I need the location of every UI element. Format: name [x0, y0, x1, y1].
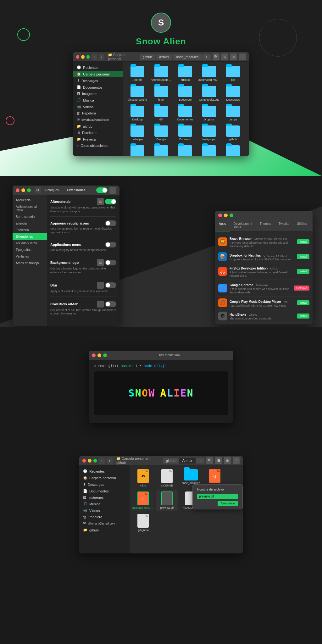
- ext-settings-bglogo[interactable]: ☰: [97, 259, 104, 266]
- fm2-grid[interactable]: ⊞: [224, 457, 231, 464]
- rename-button[interactable]: Renombrar: [218, 501, 238, 506]
- tweaks-extensiones[interactable]: Extensiones: [13, 233, 47, 240]
- ext-settings-coverflow[interactable]: ☰: [97, 301, 104, 308]
- ext-toggle-coverflow[interactable]: [105, 301, 116, 307]
- terminal-body[interactable]: ⊙ text git:( master ) ➤ node cli.js S N …: [89, 360, 233, 423]
- folder-item[interactable]: Android: [126, 65, 148, 83]
- fm2-sidebar-papelera[interactable]: 🗑Papelera: [79, 514, 130, 520]
- fm2-sidebar-descargas[interactable]: ⬇Descargas: [79, 481, 130, 488]
- file-clijs[interactable]: JS cli.js: [132, 468, 154, 488]
- folder-item[interactable]: Imagine: [174, 144, 196, 156]
- grid-btn[interactable]: ⊞: [230, 53, 237, 60]
- folder-item[interactable]: github: [222, 124, 244, 142]
- tweaks-menu[interactable]: ⋮: [109, 187, 116, 194]
- term-tl-close[interactable]: [92, 353, 96, 357]
- extensions-master-toggle[interactable]: [96, 187, 108, 193]
- sidebar-item-carpeta[interactable]: 🏠 Carpeta personal: [73, 71, 123, 77]
- ext-toggle-appmenu[interactable]: [105, 220, 116, 226]
- tweaks-tipografias[interactable]: Tipografías: [13, 247, 47, 253]
- folder-item[interactable]: Imágenes: [150, 144, 172, 156]
- fm2-sidebar-github[interactable]: 📁github: [79, 527, 130, 533]
- tweaks-teclado[interactable]: Teclado y ratón: [13, 240, 47, 247]
- handbrake-install-btn[interactable]: Install: [297, 314, 309, 319]
- tab-add[interactable]: +: [203, 54, 211, 60]
- nav-fwd[interactable]: ›: [99, 54, 104, 60]
- rename-input[interactable]: [197, 494, 238, 499]
- sidebar-item-papelera[interactable]: 🗑 Papelera: [73, 110, 123, 116]
- file-gitignore[interactable]: .gitignore: [132, 513, 154, 533]
- tl-close[interactable]: [76, 55, 79, 59]
- tab-utilities[interactable]: Utilities: [293, 220, 311, 231]
- fm2-sidebar-videos[interactable]: 📹Videos: [79, 507, 130, 514]
- tab-antrax[interactable]: Antrax: [156, 54, 172, 60]
- file-license[interactable]: LICENSE: [156, 468, 178, 488]
- sidebar-item-github[interactable]: 📁 github: [73, 123, 123, 130]
- folder-item[interactable]: bin: [222, 65, 244, 83]
- tweaks-tl-max[interactable]: [27, 188, 31, 192]
- fm2-search[interactable]: 🔍: [206, 457, 213, 464]
- folder-item[interactable]: automated-markdown: [198, 65, 220, 83]
- folder-item[interactable]: Boostnote: [174, 85, 196, 103]
- tweaks-escritorio[interactable]: Escritorio: [13, 227, 47, 233]
- fm2-tab-antrax[interactable]: Antrax: [179, 458, 196, 464]
- folder-item[interactable]: Documentos: [174, 104, 196, 122]
- folder-item[interactable]: medley: [222, 144, 244, 156]
- tweaks-apariencia[interactable]: Apariencia: [13, 197, 47, 203]
- tab-github[interactable]: github: [140, 54, 155, 60]
- sidebar-item-documentos[interactable]: 📄 Documentos: [73, 84, 123, 91]
- tweaks-ventanas[interactable]: Ventanas: [13, 253, 47, 260]
- fm2-sidebar-imagenes[interactable]: 🖼Imágenes: [79, 494, 130, 501]
- term-tl-min[interactable]: [97, 353, 101, 357]
- folder-item[interactable]: CmapToolsLogs: [198, 85, 220, 103]
- view-btn[interactable]: ☰: [221, 53, 228, 60]
- fm2-nav-fwd[interactable]: ›: [107, 458, 113, 464]
- fm2-tl-max[interactable]: [93, 459, 97, 463]
- folder-item[interactable]: diff: [150, 104, 172, 122]
- folder-item[interactable]: Dropbox: [198, 104, 220, 122]
- fm2-menu[interactable]: ⋮: [233, 457, 240, 464]
- sidebar-item-email[interactable]: ✉ eliverlara@gmail.com: [73, 116, 123, 123]
- folder-item[interactable]: blessed-contrib: [126, 85, 148, 103]
- fm2-tl-min[interactable]: [88, 459, 91, 463]
- sidebar-item-musica[interactable]: 🎵 Música: [73, 97, 123, 103]
- fm2-sidebar-carpeta[interactable]: 🏠Carpeta personal: [79, 475, 130, 481]
- tweaks-aplicaciones[interactable]: Aplicaciones al inicio: [13, 203, 47, 214]
- gpm-install-btn[interactable]: Install: [297, 300, 309, 305]
- tweaks-areas[interactable]: Áreas de trabajo: [13, 260, 47, 266]
- fm2-tab-github[interactable]: github: [163, 458, 179, 464]
- sidebar-item-videos[interactable]: 📹 Videos: [73, 103, 123, 110]
- fm2-sidebar-musica[interactable]: 🎵Música: [79, 501, 130, 507]
- tab-themes[interactable]: Themes: [256, 220, 275, 231]
- tab-node-modules[interactable]: node_modules: [173, 54, 202, 60]
- sw-tl-max[interactable]: [230, 214, 233, 217]
- ext-toggle-bglogo[interactable]: [105, 260, 116, 265]
- folder-item[interactable]: insertUbication: [198, 144, 220, 156]
- ext-toggle-applications[interactable]: [105, 242, 116, 247]
- ext-toggle-blur[interactable]: [105, 282, 116, 288]
- fm2-view[interactable]: ☰: [215, 457, 222, 464]
- sidebar-item-imagenes[interactable]: 🖼 Imágenes: [73, 91, 123, 97]
- sidebar-item-otras[interactable]: + Otras ubicaciones: [73, 142, 123, 149]
- fm2-nav-back[interactable]: ‹: [99, 458, 105, 464]
- folder-item[interactable]: Desktop: [126, 104, 148, 122]
- chrome-remove-btn[interactable]: Remove: [294, 286, 309, 291]
- folder-item[interactable]: glassfish-4.1.1: [126, 144, 148, 156]
- tweaks-nav[interactable]: ⚙: [35, 187, 41, 193]
- sidebar-item-descargas[interactable]: ⬇ Descargas: [73, 77, 123, 84]
- tweaks-tl-close[interactable]: [16, 188, 19, 192]
- folder-item[interactable]: Energía: [150, 124, 172, 142]
- tl-maximize[interactable]: [86, 55, 90, 59]
- file-package-lock[interactable]: { } package-lock.json: [132, 490, 154, 511]
- sw-tl-min[interactable]: [224, 214, 228, 217]
- brave-install-btn[interactable]: Install: [297, 239, 309, 244]
- ext-settings-blur[interactable]: ☰: [97, 282, 104, 289]
- tab-tweaks[interactable]: Tweaks: [275, 220, 293, 231]
- fm2-sidebar-documentos[interactable]: 📄Documentos: [79, 488, 130, 494]
- tl-minimize[interactable]: [81, 55, 84, 59]
- fm2-sidebar-recientes[interactable]: 🕐Recientes: [79, 468, 130, 475]
- tweaks-tl-min[interactable]: [21, 188, 25, 192]
- nav-back[interactable]: ‹: [92, 54, 97, 60]
- file-preview-gif[interactable]: preview.gif: [156, 490, 178, 511]
- firefox-install-btn[interactable]: Install: [297, 269, 309, 274]
- folder-item[interactable]: Descargas: [222, 85, 244, 103]
